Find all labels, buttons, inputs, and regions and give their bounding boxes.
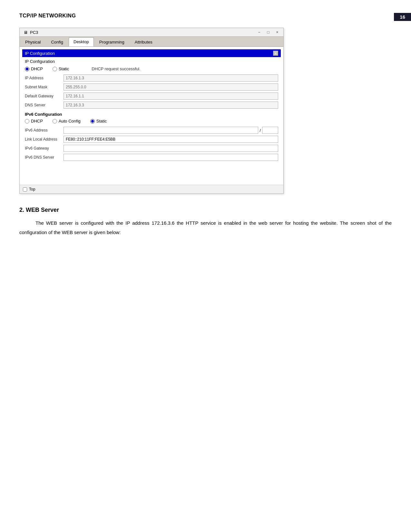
ipv6-address-input[interactable] — [64, 127, 258, 134]
pc-icon: 🖥 — [23, 30, 28, 35]
dns-server-row: DNS Server — [25, 102, 278, 109]
dhcp-label: DHCP — [31, 66, 43, 71]
ip-config-header-label: IP Configuration — [25, 51, 55, 56]
subnet-mask-input[interactable] — [64, 84, 278, 91]
link-local-address-label: Link Local Address — [25, 137, 64, 142]
page-title: TCP/IP NETWORKING — [19, 13, 392, 19]
ipv6-static-label: Static — [96, 119, 107, 123]
static-radio[interactable] — [53, 67, 57, 71]
web-server-heading: 2. WEB Server — [19, 207, 392, 213]
minimize-button[interactable]: − — [256, 30, 262, 35]
tab-programming[interactable]: Programming — [94, 38, 129, 46]
ipv6-gateway-row: IPv6 Gateway — [25, 145, 278, 152]
ipv6-gateway-label: IPv6 Gateway — [25, 146, 64, 151]
default-gateway-label: Default Gateway — [25, 94, 64, 98]
ip-config-close-button[interactable]: x — [273, 51, 278, 56]
default-gateway-row: Default Gateway — [25, 93, 278, 100]
ipv6-section-header: IPv6 Configuration — [25, 112, 278, 117]
ip-radio-row: DHCP Static DHCP request successful. — [25, 66, 278, 71]
ipv6-autoconfig-radio[interactable] — [53, 119, 57, 123]
window-controls: − □ × — [256, 30, 280, 35]
ipv6-autoconfig-label: Auto Config — [59, 119, 81, 123]
tabs-bar: Physical Config Desktop Programming Attr… — [20, 37, 283, 47]
ipv6-dns-label: IPv6 DNS Server — [25, 155, 64, 160]
dhcp-status: DHCP request successful. — [92, 66, 141, 71]
dns-server-label: DNS Server — [25, 103, 64, 107]
ipv6-slash: / — [259, 128, 261, 133]
ipv6-static-radio-item: Static — [90, 119, 107, 123]
ip-address-label: IP Address — [25, 76, 64, 80]
top-label: Top — [29, 187, 35, 192]
ipv6-dns-row: IPv6 DNS Server — [25, 154, 278, 161]
ipv6-radio-row: DHCP Auto Config Static — [25, 119, 278, 123]
link-local-address-row: Link Local Address — [25, 136, 278, 143]
ipv6-address-row: IPv6 Address / — [25, 127, 278, 134]
ipv6-dns-input[interactable] — [64, 154, 278, 161]
tab-physical[interactable]: Physical — [20, 38, 45, 46]
subnet-mask-row: Subnet Mask — [25, 84, 278, 91]
window-title-left: 🖥 PC3 — [23, 30, 38, 35]
link-local-address-input[interactable] — [64, 136, 278, 143]
window-content: IP Configuration x IP Configuration DHCP… — [20, 47, 283, 185]
window-title: PC3 — [30, 30, 38, 35]
page-number: 16 — [394, 13, 411, 21]
ip-address-row: IP Address — [25, 74, 278, 82]
dns-server-input[interactable] — [64, 102, 278, 109]
static-radio-item: Static — [53, 66, 69, 71]
window-titlebar: 🖥 PC3 − □ × — [20, 28, 283, 37]
default-gateway-input[interactable] — [64, 93, 278, 100]
top-checkbox[interactable] — [23, 187, 27, 192]
maximize-button[interactable]: □ — [265, 30, 271, 35]
ipv6-gateway-input[interactable] — [64, 145, 278, 152]
subnet-mask-label: Subnet Mask — [25, 85, 64, 89]
dhcp-radio[interactable] — [25, 67, 29, 71]
ipv6-autoconfig-radio-item: Auto Config — [53, 119, 81, 123]
tab-desktop[interactable]: Desktop — [69, 37, 94, 46]
tab-config[interactable]: Config — [46, 38, 68, 46]
ipv6-dhcp-label: DHCP — [31, 119, 43, 123]
close-button[interactable]: × — [274, 30, 280, 35]
ipv6-prefix-input[interactable] — [262, 127, 278, 134]
dhcp-radio-item: DHCP — [25, 66, 43, 71]
ip-config-subheader: IP Configuration — [22, 58, 281, 66]
pc3-window: 🖥 PC3 − □ × Physical Config Desktop Prog… — [19, 28, 284, 194]
ip-config-header: IP Configuration x — [22, 49, 281, 57]
ipv6-dhcp-radio-item: DHCP — [25, 119, 43, 123]
ipv6-static-radio[interactable] — [90, 119, 95, 123]
tab-attributes[interactable]: Attributes — [130, 38, 157, 46]
ip-address-input[interactable] — [64, 74, 278, 82]
static-label: Static — [59, 66, 69, 71]
web-server-paragraph-block: The WEB server is configured with the IP… — [19, 219, 392, 237]
web-server-paragraph: The WEB server is configured with the IP… — [19, 219, 392, 237]
window-bottom-bar: Top — [20, 185, 283, 193]
ipv6-dhcp-radio[interactable] — [25, 119, 29, 123]
ipv6-address-label: IPv6 Address — [25, 128, 64, 133]
ip-config-section: DHCP Static DHCP request successful. IP … — [22, 66, 281, 182]
web-server-section: 2. WEB Server The WEB server is configur… — [19, 207, 392, 237]
